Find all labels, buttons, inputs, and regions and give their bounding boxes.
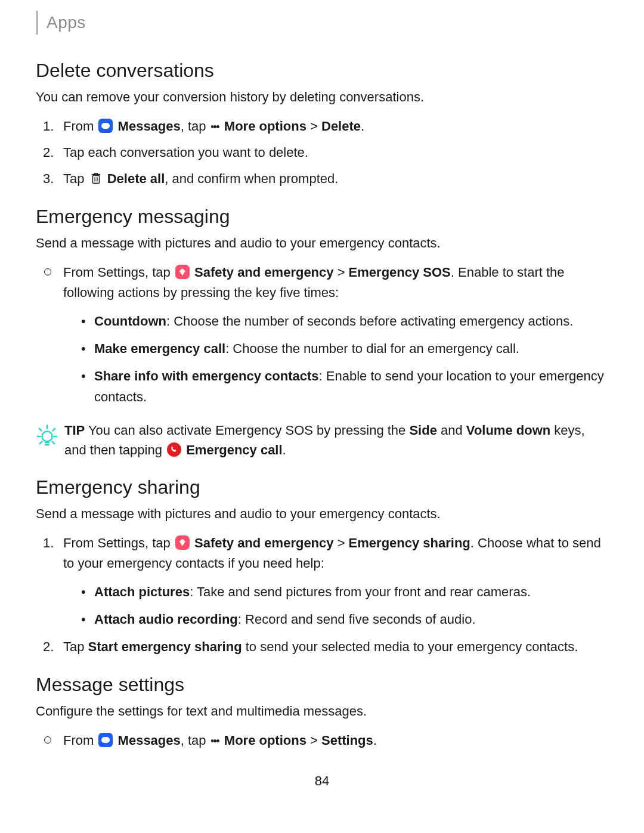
section-intro: Send a message with pictures and audio t… bbox=[36, 504, 608, 524]
make-call-label: Make emergency call bbox=[94, 341, 225, 356]
safety-icon bbox=[175, 265, 190, 279]
page-number: 84 bbox=[36, 773, 608, 789]
text: , tap bbox=[181, 733, 210, 748]
svg-line-12 bbox=[53, 428, 55, 431]
text: : Record and send five seconds of audio. bbox=[238, 612, 476, 627]
section-intro: You can remove your conversion history b… bbox=[36, 88, 608, 107]
sub-item: Attach audio recording: Record and send … bbox=[87, 609, 608, 630]
tip-block: TIP You can also activate Emergency SOS … bbox=[36, 420, 608, 460]
text: > bbox=[334, 265, 349, 280]
header-label: Apps bbox=[47, 13, 86, 32]
safety-label: Safety and emergency bbox=[194, 265, 334, 280]
more-options-icon bbox=[211, 733, 219, 748]
step-item: Tap Delete all, and confirm when prompte… bbox=[52, 169, 608, 189]
text: . bbox=[283, 442, 286, 457]
text: and bbox=[437, 423, 466, 438]
text: Tap bbox=[63, 171, 88, 186]
bullet-item: From Messages, tap More options > Settin… bbox=[52, 730, 608, 751]
tip-text: TIP You can also activate Emergency SOS … bbox=[64, 420, 608, 460]
tip-label: TIP bbox=[64, 423, 85, 438]
text: > bbox=[306, 733, 321, 748]
text: From Settings, tap bbox=[63, 535, 174, 550]
text: to send your selected media to your emer… bbox=[242, 639, 578, 654]
delete-all-label: Delete all bbox=[107, 171, 165, 186]
text: : Take and send pictures from your front… bbox=[190, 584, 531, 599]
text: , and confirm when prompted. bbox=[165, 171, 338, 186]
bullet-list: From Messages, tap More options > Settin… bbox=[36, 730, 608, 751]
text: From bbox=[63, 119, 97, 134]
steps-list: From Settings, tap Safety and emergency … bbox=[36, 533, 608, 657]
attach-pictures-label: Attach pictures bbox=[94, 584, 190, 599]
emergency-sharing-label: Emergency sharing bbox=[349, 535, 470, 550]
sub-item: Countdown: Choose the number of seconds … bbox=[87, 311, 608, 332]
side-key-label: Side bbox=[409, 423, 436, 438]
text: : Choose the number to dial for an emerg… bbox=[225, 341, 519, 356]
emergency-call-icon bbox=[167, 442, 181, 457]
text: > bbox=[334, 535, 349, 550]
safety-label: Safety and emergency bbox=[194, 535, 334, 550]
step-item: From Settings, tap Safety and emergency … bbox=[52, 533, 608, 630]
svg-line-16 bbox=[52, 441, 55, 444]
bullet-item: From Settings, tap Safety and emergency … bbox=[52, 262, 608, 407]
messages-label: Messages bbox=[118, 119, 181, 134]
bullet-list: From Settings, tap Safety and emergency … bbox=[36, 262, 608, 407]
sub-item: Attach pictures: Take and send pictures … bbox=[87, 582, 608, 602]
text: You can also activate Emergency SOS by p… bbox=[85, 423, 409, 438]
tip-lightbulb-icon bbox=[36, 423, 58, 448]
messages-icon bbox=[98, 733, 113, 747]
sub-item: Make emergency call: Choose the number t… bbox=[87, 339, 608, 359]
share-info-label: Share info with emergency contacts bbox=[94, 368, 319, 383]
svg-point-7 bbox=[42, 431, 52, 441]
section-title-delete-conversations: Delete conversations bbox=[36, 60, 608, 82]
trash-icon bbox=[89, 171, 103, 185]
safety-icon bbox=[175, 535, 190, 550]
text: Tap bbox=[63, 639, 88, 654]
countdown-label: Countdown bbox=[94, 314, 166, 329]
section-intro: Configure the settings for text and mult… bbox=[36, 702, 608, 721]
emergency-sos-label: Emergency SOS bbox=[349, 265, 451, 280]
more-options-label: More options bbox=[224, 733, 306, 748]
page-header: Apps bbox=[36, 11, 608, 35]
section-title-message-settings: Message settings bbox=[36, 674, 608, 696]
sub-list: Attach pictures: Take and send pictures … bbox=[63, 582, 608, 630]
messages-icon bbox=[98, 119, 113, 133]
step-item: Tap each conversation you want to delete… bbox=[52, 143, 608, 163]
messages-label: Messages bbox=[118, 733, 181, 748]
volume-down-label: Volume down bbox=[466, 423, 550, 438]
steps-list: From Messages, tap More options > Delete… bbox=[36, 116, 608, 189]
section-title-emergency-messaging: Emergency messaging bbox=[36, 206, 608, 228]
emergency-call-label: Emergency call bbox=[186, 442, 282, 457]
settings-label: Settings bbox=[321, 733, 373, 748]
svg-line-15 bbox=[40, 441, 42, 444]
more-options-icon bbox=[211, 119, 219, 134]
text: . bbox=[373, 733, 377, 748]
sub-list: Countdown: Choose the number of seconds … bbox=[63, 311, 608, 407]
delete-label: Delete bbox=[321, 119, 361, 134]
more-options-label: More options bbox=[224, 119, 306, 134]
step-item: Tap Start emergency sharing to send your… bbox=[52, 637, 608, 657]
section-title-emergency-sharing: Emergency sharing bbox=[36, 476, 608, 498]
section-intro: Send a message with pictures and audio t… bbox=[36, 234, 608, 253]
text: . bbox=[361, 119, 364, 134]
text: From Settings, tap bbox=[63, 265, 174, 280]
attach-audio-label: Attach audio recording bbox=[94, 612, 238, 627]
sub-item: Share info with emergency contacts: Enab… bbox=[87, 366, 608, 407]
text: , tap bbox=[181, 119, 210, 134]
start-sharing-label: Start emergency sharing bbox=[88, 639, 242, 654]
text: > bbox=[306, 119, 321, 134]
header-accent-bar bbox=[36, 11, 38, 35]
text: From bbox=[63, 733, 97, 748]
svg-line-11 bbox=[39, 428, 42, 431]
svg-rect-0 bbox=[92, 176, 99, 184]
step-item: From Messages, tap More options > Delete… bbox=[52, 116, 608, 137]
text: : Choose the number of seconds before ac… bbox=[166, 314, 573, 329]
